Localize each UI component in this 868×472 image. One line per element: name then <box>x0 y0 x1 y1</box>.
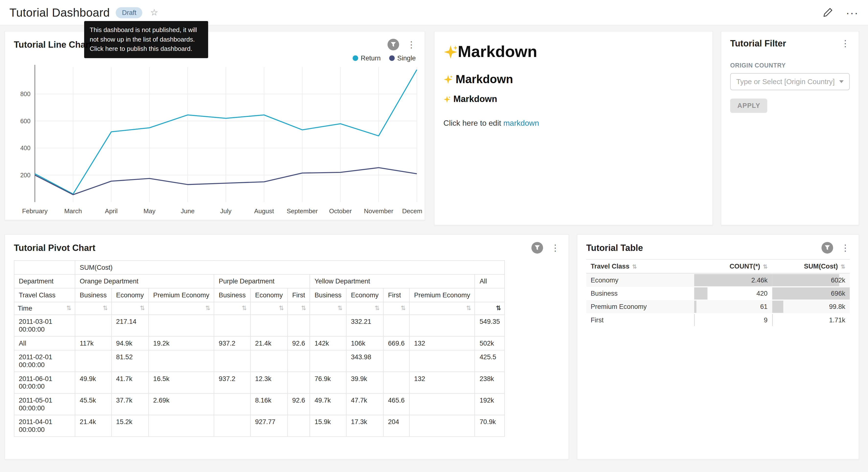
svg-text:200: 200 <box>20 172 31 179</box>
pivot-class-label: Travel Class <box>14 288 75 302</box>
pivot-cell <box>383 350 409 372</box>
legend-dot <box>352 55 358 61</box>
pivot-cell: 238k <box>475 372 505 393</box>
pivot-cell: 669.6 <box>383 336 409 350</box>
card-tutorial-pivot-chart: Tutorial Pivot Chart ⋮ SUM(Cost)Departme… <box>4 234 569 460</box>
sort-icon[interactable]: ⇅ <box>140 304 145 312</box>
sort-icon[interactable]: ⇅ <box>841 263 845 269</box>
sort-icon[interactable]: ⇅ <box>66 304 71 312</box>
sort-icon[interactable]: ⇅ <box>763 263 768 269</box>
pivot-table: SUM(Cost)DepartmentOrange DepartmentPurp… <box>14 260 505 437</box>
cell-sum: 99.8k <box>772 300 850 313</box>
sort-icon[interactable]: ⇅ <box>337 304 343 312</box>
pivot-cell: 92.6 <box>287 393 310 415</box>
more-options-icon[interactable]: ··· <box>846 7 859 18</box>
legend-item-return[interactable]: Return <box>352 54 381 62</box>
pivot-sort-cell: ⇅ <box>310 302 346 315</box>
table-header-sum-cost[interactable]: SUM(Cost)⇅ <box>772 260 850 273</box>
pivot-cell: 49.9k <box>75 372 112 393</box>
pivot-col-header: Business <box>75 288 112 302</box>
filter-indicator-icon[interactable] <box>388 39 399 50</box>
svg-text:400: 400 <box>20 145 31 151</box>
value-bar <box>772 274 839 286</box>
line-chart[interactable]: 200400600800FebruaryMarchAprilMayJuneJul… <box>6 63 423 220</box>
sort-icon[interactable]: ⇅ <box>401 304 406 312</box>
table-header-travel-class[interactable]: Travel Class⇅ <box>586 260 694 273</box>
pivot-row-label: 2011-06-01 00:00:00 <box>14 372 75 393</box>
cell-sum: 696k <box>772 287 850 300</box>
sort-icon[interactable]: ⇅ <box>301 304 306 312</box>
header-actions: ··· <box>823 7 859 18</box>
draft-badge[interactable]: Draft <box>116 7 143 18</box>
table-header-count[interactable]: COUNT(*)⇅ <box>694 260 772 273</box>
svg-text:August: August <box>254 207 274 215</box>
sort-icon[interactable]: ⇅ <box>206 304 211 312</box>
chart-menu-icon[interactable]: ⋮ <box>550 243 561 252</box>
pivot-cell: 39.9k <box>346 372 383 393</box>
pivot-cell: 142k <box>310 336 346 350</box>
chevron-down-icon <box>839 80 843 83</box>
table-header-label: SUM(Cost) <box>804 262 838 270</box>
pivot-cell: 343.98 <box>346 350 383 372</box>
pivot-sort-cell: ⇅ <box>346 302 383 315</box>
sort-icon[interactable]: ⇅ <box>466 304 471 312</box>
chart-menu-icon[interactable]: ⋮ <box>406 40 417 49</box>
sort-icon[interactable]: ⇅ <box>496 304 501 312</box>
pivot-col-header: First <box>287 288 310 302</box>
svg-text:February: February <box>22 207 48 215</box>
filter-menu-icon[interactable]: ⋮ <box>840 39 851 48</box>
pivot-cell: 927.77 <box>250 415 287 437</box>
sort-icon[interactable]: ⇅ <box>103 304 108 312</box>
pivot-col-header: First <box>383 288 409 302</box>
filter-body: ORIGIN COUNTRY Type or Select [Origin Co… <box>721 49 859 113</box>
pivot-col-header: Economy <box>112 288 149 302</box>
pivot-title: Tutorial Pivot Chart <box>14 243 95 253</box>
svg-text:September: September <box>287 207 318 215</box>
pivot-cell: 217.14 <box>112 315 149 336</box>
pivot-sort-cell: ⇅ <box>287 302 310 315</box>
filter-indicator-icon[interactable] <box>822 242 833 254</box>
legend-item-single[interactable]: Single <box>389 54 416 62</box>
pivot-cell: 425.5 <box>475 350 505 372</box>
sort-icon[interactable]: ⇅ <box>375 304 380 312</box>
pivot-col-header: Business <box>310 288 346 302</box>
pivot-cell: 15.2k <box>112 415 149 437</box>
pivot-row-label: 2011-05-01 00:00:00 <box>14 393 75 415</box>
filter-indicator-icon[interactable] <box>531 242 543 254</box>
svg-text:July: July <box>220 207 231 215</box>
sort-icon[interactable]: ⇅ <box>279 304 284 312</box>
sparkles-icon <box>443 45 458 59</box>
pivot-cell <box>250 350 287 372</box>
markdown-edit-link[interactable]: markdown <box>503 119 539 127</box>
pivot-cell: 502k <box>475 336 505 350</box>
pivot-cell: 192k <box>475 393 505 415</box>
origin-country-select[interactable]: Type or Select [Origin Country] <box>730 73 850 90</box>
pivot-cell <box>250 315 287 336</box>
pivot-cell: 47.7k <box>346 393 383 415</box>
favorite-star-icon[interactable]: ☆ <box>150 8 158 17</box>
data-table: Travel Class⇅COUNT(*)⇅SUM(Cost)⇅Economy2… <box>586 259 850 327</box>
svg-text:October: October <box>329 207 352 215</box>
pivot-cell: 204 <box>383 415 409 437</box>
markdown-h1-text: Markdown <box>458 42 537 61</box>
pivot-cell: 17.3k <box>346 415 383 437</box>
pivot-cell: 76.9k <box>310 372 346 393</box>
pivot-cell <box>148 415 214 437</box>
edit-dashboard-icon[interactable] <box>823 8 833 17</box>
cell-travel-class: Premium Economy <box>586 300 694 313</box>
sort-icon[interactable]: ⇅ <box>632 263 637 269</box>
svg-text:December: December <box>402 207 423 215</box>
pivot-col-header: Business <box>214 288 250 302</box>
filter-title: Tutorial Filter <box>730 39 786 49</box>
pivot-cell <box>75 315 112 336</box>
value-bar <box>772 301 783 313</box>
chart-menu-icon[interactable]: ⋮ <box>840 243 851 252</box>
pivot-sort-cell: ⇅ <box>475 302 505 315</box>
sort-icon[interactable]: ⇅ <box>242 304 247 312</box>
apply-button[interactable]: APPLY <box>730 98 768 113</box>
pivot-row: 2011-06-01 00:00:0049.9k41.7k16.5k937.21… <box>14 372 505 393</box>
value-bar <box>694 301 696 313</box>
pivot-cell <box>214 415 250 437</box>
cell-sum: 602k <box>772 273 850 287</box>
pivot-sort-cell: ⇅ <box>148 302 214 315</box>
